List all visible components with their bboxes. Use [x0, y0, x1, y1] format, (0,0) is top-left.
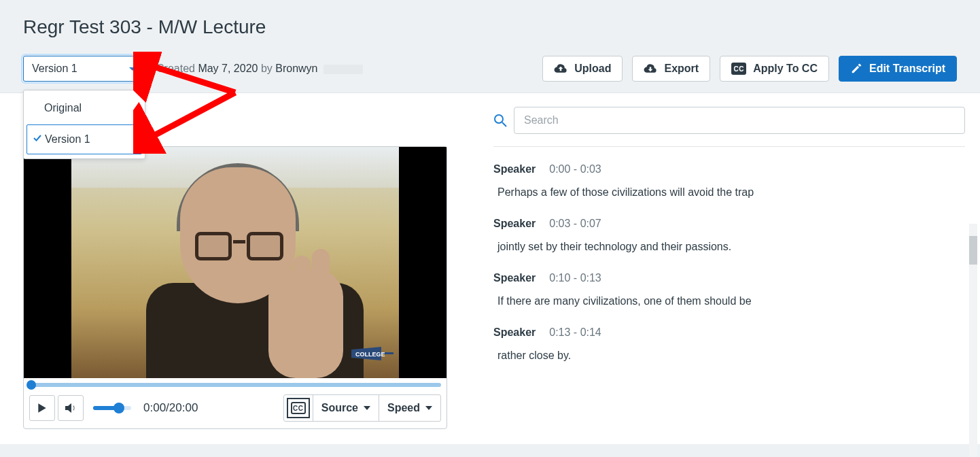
transcript-text[interactable]: rather close by.	[493, 350, 958, 362]
time-display: 0:00/20:00	[143, 401, 198, 415]
svg-point-3	[495, 115, 503, 123]
time-range: 0:00 - 0:03	[549, 163, 601, 175]
button-label: Upload	[574, 63, 611, 75]
button-label: Source	[321, 402, 358, 414]
toolbar: Version 1 Original Version 1 Created	[23, 56, 957, 82]
time-range: 0:03 - 0:07	[549, 218, 601, 230]
button-label: Export	[664, 63, 699, 75]
caret-down-icon	[128, 63, 137, 75]
transcript-panel[interactable]: Speaker 0:00 - 0:03 Perhaps a few of tho…	[493, 163, 965, 435]
by-label: by	[261, 63, 273, 74]
source-select[interactable]: Source	[313, 395, 379, 421]
version-select[interactable]: Version 1	[23, 56, 145, 82]
speaker-label: Speaker	[493, 218, 536, 230]
created-label: Created	[156, 63, 195, 74]
author-name: Bronwyn	[275, 63, 317, 74]
progress-bar[interactable]	[24, 378, 447, 388]
created-date: May 7, 2020	[198, 63, 258, 74]
cc-icon: CC	[291, 402, 306, 414]
cloud-upload-icon	[554, 63, 567, 74]
search-input[interactable]	[514, 107, 965, 134]
version-dropdown-menu: Original Version 1	[23, 90, 145, 159]
college-watermark: COLLEGE	[351, 344, 393, 363]
video-frame[interactable]: COLLEGE	[24, 147, 447, 378]
current-time: 0:00	[143, 401, 166, 414]
cloud-download-icon	[644, 63, 657, 74]
check-icon	[33, 133, 42, 146]
cc-toggle[interactable]: CC	[284, 395, 313, 421]
transcript-segment-header[interactable]: Speaker 0:00 - 0:03	[493, 163, 958, 175]
speaker-label: Speaker	[493, 272, 536, 284]
svg-line-4	[502, 122, 506, 126]
export-button[interactable]: Export	[632, 56, 710, 82]
search-icon	[493, 114, 507, 127]
transcript-segment-header[interactable]: Speaker 0:10 - 0:13	[493, 272, 958, 284]
upload-button[interactable]: Upload	[542, 56, 623, 82]
edit-transcript-button[interactable]: Edit Transcript	[839, 56, 957, 82]
video-player-card: COLLEGE 0:00/20:00	[23, 146, 447, 429]
speed-select[interactable]: Speed	[379, 395, 440, 421]
caret-down-icon	[425, 406, 432, 410]
volume-slider[interactable]	[93, 406, 131, 410]
volume-icon	[65, 403, 77, 413]
created-meta: Created May 7, 2020 by Bronwyn	[156, 63, 363, 75]
version-option-original[interactable]: Original	[24, 93, 145, 123]
svg-text:COLLEGE: COLLEGE	[355, 351, 385, 358]
transcript-text[interactable]: Perhaps a few of those civilizations wil…	[493, 186, 958, 199]
option-label: Version 1	[45, 133, 90, 146]
play-icon	[37, 403, 47, 413]
transcript-segment-header[interactable]: Speaker 0:13 - 0:14	[493, 326, 958, 339]
scrollbar-thumb[interactable]	[969, 236, 977, 265]
transcript-segment-header[interactable]: Speaker 0:03 - 0:07	[493, 218, 958, 230]
pencil-icon	[850, 63, 862, 75]
button-label: Edit Transcript	[869, 63, 945, 75]
option-label: Original	[44, 102, 82, 114]
time-range: 0:10 - 0:13	[549, 272, 601, 284]
time-range: 0:13 - 0:14	[549, 326, 601, 339]
apply-to-cc-button[interactable]: CC Apply To CC	[720, 56, 829, 82]
speaker-label: Speaker	[493, 163, 536, 175]
volume-button[interactable]	[58, 395, 84, 421]
redacted-block	[323, 65, 363, 74]
button-label: Apply To CC	[753, 63, 818, 75]
transcript-text[interactable]: If there are many civilizations, one of …	[493, 295, 958, 307]
page-title: Regr Test 303 - M/W Lecture	[23, 16, 957, 38]
transcript-text[interactable]: jointly set by their technology and thei…	[493, 241, 958, 253]
button-label: Speed	[387, 402, 420, 414]
version-select-value: Version 1	[32, 63, 77, 75]
duration: 20:00	[169, 401, 198, 414]
play-button[interactable]	[29, 395, 55, 421]
cc-icon: CC	[731, 63, 746, 75]
speaker-label: Speaker	[493, 326, 536, 339]
divider	[493, 146, 965, 147]
version-option-version1[interactable]: Version 1	[27, 124, 142, 154]
caret-down-icon	[364, 406, 370, 410]
